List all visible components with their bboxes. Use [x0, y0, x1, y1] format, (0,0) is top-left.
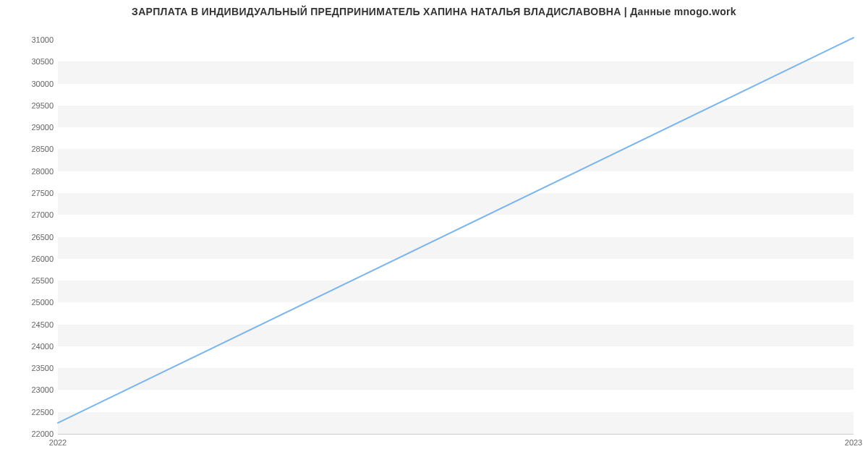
y-tick-label: 28000 — [10, 167, 54, 176]
chart-title: ЗАРПЛАТА В ИНДИВИДУАЛЬНЫЙ ПРЕДПРИНИМАТЕЛ… — [0, 6, 868, 17]
y-tick-label: 30000 — [10, 80, 54, 88]
series-line — [58, 38, 854, 423]
y-tick-label: 29000 — [10, 123, 54, 132]
y-tick-label: 22500 — [10, 408, 54, 416]
x-tick-label: 2022 — [49, 438, 67, 447]
chart-container: ЗАРПЛАТА В ИНДИВИДУАЛЬНЫЙ ПРЕДПРИНИМАТЕЛ… — [0, 0, 868, 470]
y-tick-label: 27500 — [10, 189, 54, 197]
x-tick-label: 2023 — [845, 438, 862, 447]
y-tick-label: 31000 — [10, 35, 54, 44]
y-tick-label: 24500 — [10, 320, 54, 329]
y-tick-label: 25000 — [10, 298, 54, 307]
y-tick-label: 23000 — [10, 385, 54, 394]
plot-svg — [58, 29, 854, 434]
y-tick-label: 28500 — [10, 145, 54, 153]
y-tick-label: 29500 — [10, 101, 54, 110]
y-tick-label: 25500 — [10, 276, 54, 285]
y-tick-label: 22000 — [10, 430, 54, 438]
y-tick-label: 26500 — [10, 233, 54, 242]
y-tick-label: 23500 — [10, 364, 54, 372]
y-tick-label: 27000 — [10, 210, 54, 219]
y-tick-label: 30500 — [10, 57, 54, 66]
plot-area — [58, 29, 854, 435]
y-tick-label: 24000 — [10, 342, 54, 351]
y-tick-label: 26000 — [10, 255, 54, 263]
